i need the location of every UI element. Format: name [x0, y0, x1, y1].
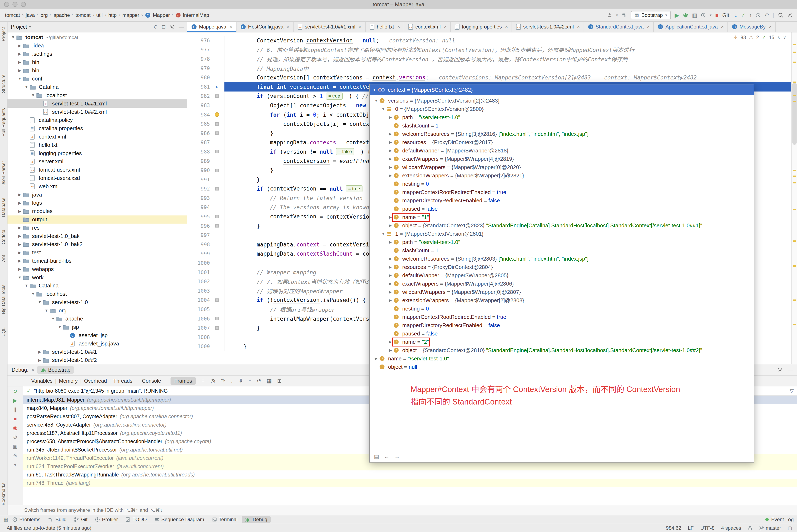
- line-number[interactable]: 995: [187, 214, 210, 220]
- chevron-collapsed-icon[interactable]: ▶: [387, 340, 394, 344]
- line-number[interactable]: 986: [187, 130, 210, 136]
- line-number[interactable]: 989: [187, 158, 210, 164]
- force-step-into-icon[interactable]: ⇩: [239, 378, 243, 384]
- profiler-button-icon[interactable]: [701, 13, 706, 18]
- variable-row[interactable]: fobject = null: [370, 363, 754, 371]
- gutter-marker-slot[interactable]: [210, 129, 224, 138]
- line-number[interactable]: 1009: [187, 343, 210, 349]
- gutter-marker-icon[interactable]: [215, 122, 219, 126]
- menu-icon[interactable]: ≡: [201, 378, 205, 384]
- gutter-marker-slot[interactable]: [210, 230, 224, 240]
- notifications-icon[interactable]: ▢: [787, 525, 792, 531]
- close-icon[interactable]: ×: [287, 24, 289, 30]
- chevron-collapsed-icon[interactable]: ▶: [387, 256, 394, 261]
- project-tree-item[interactable]: ▶servlet-test-1.0_bak: [7, 232, 187, 240]
- line-number[interactable]: 997: [187, 232, 210, 238]
- project-tree-item[interactable]: ▶modules: [7, 207, 187, 215]
- chevron-expanded-icon[interactable]: ▼: [30, 93, 36, 97]
- gutter-marker-slot[interactable]: [210, 73, 224, 82]
- chevron-collapsed-icon[interactable]: ▶: [387, 148, 394, 153]
- stripe-button-database[interactable]: Database: [1, 197, 6, 217]
- snapshot-icon[interactable]: ▣: [13, 443, 18, 449]
- variable-row[interactable]: ▶fname = "/servlet-test-1.0": [370, 355, 754, 363]
- project-tree-item[interactable]: <>context.xml: [7, 133, 187, 141]
- project-tree-item[interactable]: Jaservlet_jsp.java: [7, 339, 187, 348]
- gutter-marker-icon[interactable]: [215, 150, 219, 153]
- chevron-collapsed-icon[interactable]: ▶: [17, 250, 23, 255]
- breadcrumb-item[interactable]: mapper: [123, 12, 139, 18]
- chevron-collapsed-icon[interactable]: ▶: [387, 265, 394, 269]
- gutter-marker-slot[interactable]: [210, 45, 224, 55]
- line-number[interactable]: 976: [187, 37, 210, 43]
- gutter-marker-slot[interactable]: [210, 193, 224, 203]
- project-tree-item[interactable]: <>servlet-test-1.0##2.xml: [7, 108, 187, 116]
- variable-row[interactable]: ▶fobject = {StandardContext@2823} "Stand…: [370, 221, 754, 230]
- warning-stripe-mark[interactable]: [793, 61, 796, 63]
- debugger-popup-header[interactable]: ▾ context = {Mapper$Context@2482}: [370, 84, 754, 95]
- line-number[interactable]: 1000: [187, 260, 210, 266]
- project-tree-item[interactable]: ▼apache: [7, 315, 187, 323]
- pane-tab-variables[interactable]: Variables: [31, 378, 53, 384]
- file-encoding[interactable]: UTF-8: [701, 525, 714, 531]
- project-tree-item[interactable]: logging.properties: [7, 149, 187, 157]
- project-tree-item[interactable]: ▶.idea: [7, 42, 187, 50]
- code-line[interactable]: 977 // 6. 前面曾讲到MappedContext存放了路径相同的所有版本…: [187, 45, 791, 55]
- project-tree-item[interactable]: ▼jsp: [7, 323, 187, 331]
- project-tree-item[interactable]: <>server.xml: [7, 157, 187, 166]
- chevron-expanded-icon[interactable]: ▼: [43, 308, 50, 313]
- run-button[interactable]: ▶: [674, 12, 679, 19]
- gutter-marker-slot[interactable]: [210, 36, 224, 45]
- gutter-marker-slot[interactable]: [210, 296, 224, 305]
- variable-row[interactable]: ▶fname = "2": [370, 338, 754, 346]
- chevron-expanded-icon[interactable]: ▼: [17, 276, 23, 280]
- hide-icon[interactable]: —: [179, 24, 184, 30]
- filter-icon[interactable]: ▽: [790, 388, 794, 394]
- breadcrumb-class[interactable]: Mapper: [153, 12, 170, 18]
- line-number[interactable]: 977: [187, 46, 210, 53]
- tab-console[interactable]: Console: [138, 377, 165, 385]
- variable-row[interactable]: ▶fwelcomeResources = {String[3]@2803} ["…: [370, 254, 754, 263]
- gutter-marker-icon[interactable]: [215, 131, 219, 135]
- project-tree-item[interactable]: <>servlet-test-1.0##1.xml: [7, 99, 187, 108]
- chevron-collapsed-icon[interactable]: ▶: [17, 225, 23, 230]
- chevron-expanded-icon[interactable]: ▼: [57, 325, 63, 329]
- breadcrumb-method[interactable]: internalMap: [183, 12, 209, 18]
- stop-icon[interactable]: ■: [14, 416, 17, 422]
- minimize-window-button[interactable]: [13, 2, 18, 7]
- chevron-collapsed-icon[interactable]: ▶: [387, 240, 394, 244]
- close-icon[interactable]: ×: [230, 24, 232, 30]
- close-icon[interactable]: ×: [647, 24, 650, 30]
- variable-row[interactable]: fslashCount = 1: [370, 121, 754, 130]
- code-text[interactable]: // 6. 前面曾讲到MappedContext存放了路径相同的所有版本的Con…: [224, 45, 791, 55]
- code-text[interactable]: // MappingData中: [224, 64, 791, 73]
- close-window-button[interactable]: [4, 2, 9, 7]
- tab-frames[interactable]: Frames: [170, 377, 196, 385]
- gutter-marker-slot[interactable]: [210, 92, 224, 101]
- chevron-expanded-icon[interactable]: ▼: [380, 107, 386, 111]
- close-icon[interactable]: ×: [505, 24, 508, 30]
- variable-row[interactable]: ▶fresources = {ProxyDirContext@2817}: [370, 138, 754, 147]
- debug-session-tab[interactable]: Bootstrap: [37, 366, 74, 374]
- line-separator[interactable]: LF: [688, 525, 694, 531]
- line-number[interactable]: 988: [187, 149, 210, 155]
- settings-icon[interactable]: [169, 24, 175, 30]
- debug-button-icon[interactable]: [683, 13, 688, 18]
- project-tree-item[interactable]: Caservlet_jsp: [7, 331, 187, 340]
- variable-row[interactable]: ▼0 = {Mapper$ContextVersion@2800}: [370, 105, 754, 113]
- project-tree-item[interactable]: ▶servlet-test-1.0_bak2: [7, 240, 187, 249]
- editor-tab[interactable]: CMapper.java×: [187, 22, 236, 32]
- breadcrumb-item[interactable]: java: [25, 12, 35, 18]
- line-number[interactable]: 994: [187, 204, 210, 210]
- gutter-marker-slot[interactable]: [210, 277, 224, 286]
- project-tree-item[interactable]: ▼Catalina: [7, 282, 187, 290]
- project-tree-item[interactable]: ▶bin: [7, 66, 187, 75]
- gutter-marker-slot[interactable]: [210, 342, 224, 351]
- chevron-collapsed-icon[interactable]: ▶: [17, 267, 23, 271]
- chevron-expanded-icon[interactable]: ▼: [37, 300, 43, 304]
- caret-position[interactable]: 984:62: [666, 525, 681, 531]
- line-number[interactable]: 1006: [187, 316, 210, 322]
- project-tree-item[interactable]: ▼localhost: [7, 290, 187, 298]
- warning-stripe-mark[interactable]: [793, 81, 796, 83]
- variable-row[interactable]: fpaused = false: [370, 329, 754, 338]
- gutter-marker-slot[interactable]: [210, 64, 224, 73]
